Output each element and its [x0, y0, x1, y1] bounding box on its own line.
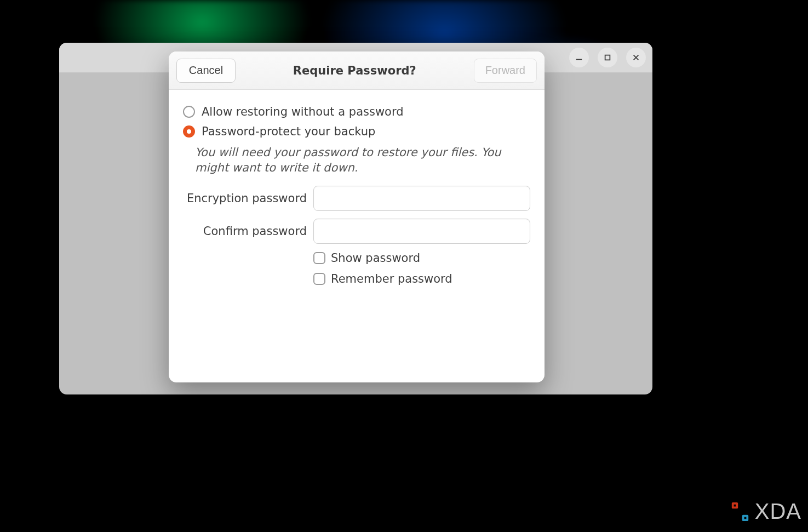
svg-rect-0 — [576, 59, 582, 60]
close-icon — [632, 54, 640, 61]
show-password-checkbox[interactable]: Show password — [313, 251, 530, 265]
remember-password-checkbox[interactable]: Remember password — [313, 272, 530, 285]
radio-allow-label: Allow restoring without a password — [202, 105, 404, 118]
show-password-label: Show password — [331, 251, 420, 265]
require-password-dialog: Cancel Require Password? Forward Allow r… — [169, 52, 545, 382]
svg-rect-1 — [605, 55, 610, 60]
maximize-button[interactable] — [598, 48, 617, 67]
radio-allow-restore[interactable]: Allow restoring without a password — [183, 102, 530, 122]
minimize-icon — [575, 54, 583, 61]
xda-watermark: XDA — [730, 499, 801, 524]
xda-logo-icon — [730, 501, 750, 522]
confirm-password-label: Confirm password — [186, 225, 307, 238]
cancel-button[interactable]: Cancel — [176, 59, 236, 83]
encryption-password-input[interactable] — [313, 186, 530, 211]
minimize-button[interactable] — [569, 48, 589, 67]
radio-icon — [183, 106, 195, 118]
dialog-headerbar: Cancel Require Password? Forward — [169, 52, 545, 90]
radio-protect-label: Password-protect your backup — [202, 125, 375, 138]
watermark-text: XDA — [755, 499, 801, 524]
forward-button[interactable]: Forward — [474, 59, 537, 83]
checkbox-icon — [313, 273, 325, 285]
remember-password-label: Remember password — [331, 272, 452, 285]
confirm-password-input[interactable] — [313, 219, 530, 244]
radio-icon — [183, 125, 195, 138]
dialog-title: Require Password? — [242, 64, 467, 77]
password-hint: You will need your password to restore y… — [183, 141, 530, 184]
radio-password-protect[interactable]: Password-protect your backup — [183, 122, 530, 141]
encryption-password-label: Encryption password — [186, 192, 307, 205]
checkbox-icon — [313, 252, 325, 264]
maximize-icon — [604, 54, 611, 61]
dialog-body: Allow restoring without a password Passw… — [169, 90, 545, 300]
close-button[interactable] — [626, 48, 646, 67]
